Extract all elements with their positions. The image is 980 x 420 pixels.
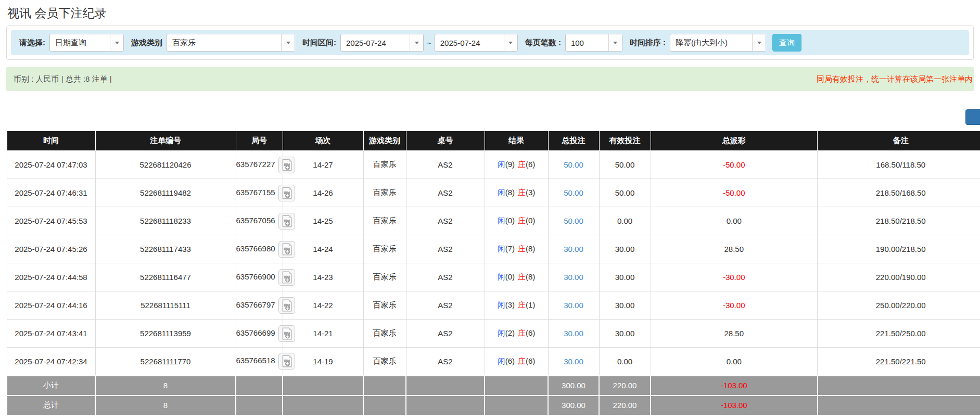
cell-total-bet: 50.00 bbox=[548, 179, 599, 207]
round-id-text: 635767056 bbox=[236, 215, 275, 224]
time-sort-value: 降幂(由大到小) bbox=[670, 34, 752, 51]
date-from-value: 2025-07-24 bbox=[341, 34, 410, 51]
chevron-down-icon[interactable] bbox=[281, 34, 295, 51]
cell-total-bet: 50.00 bbox=[548, 151, 599, 179]
query-button[interactable]: 查询 bbox=[772, 34, 801, 52]
video-file-icon bbox=[280, 354, 294, 368]
cell-result: 闲(7)庄(8) bbox=[485, 235, 548, 263]
chevron-down-icon[interactable] bbox=[504, 34, 517, 51]
query-mode-select[interactable]: 日期查询 bbox=[49, 34, 124, 52]
banker-score: (6) bbox=[526, 357, 535, 365]
cell-game-type: 百家乐 bbox=[363, 291, 406, 320]
column-header: 游戏类别 bbox=[363, 131, 406, 151]
total-bet-link[interactable]: 30.00 bbox=[564, 245, 583, 253]
player-result: 闲 bbox=[498, 328, 505, 337]
currency-total-text: 币别 : 人民币 | 总共 :8 注单 | bbox=[14, 74, 112, 84]
video-replay-button[interactable] bbox=[278, 241, 295, 258]
cell-valid-bet: 30.00 bbox=[599, 291, 651, 320]
player-score: (9) bbox=[505, 160, 515, 169]
video-replay-button[interactable] bbox=[278, 325, 295, 342]
column-header: 局号 bbox=[236, 131, 283, 151]
cell-game-type: 百家乐 bbox=[363, 320, 406, 348]
clipped-edge-button[interactable] bbox=[965, 109, 980, 125]
cell-result: 闲(9)庄(6) bbox=[485, 151, 548, 179]
cell-payout: -30.00 bbox=[651, 263, 818, 291]
cell-game-type: 百家乐 bbox=[363, 151, 406, 179]
column-header: 桌号 bbox=[406, 131, 485, 151]
cell-time: 2025-07-24 07:43:41 bbox=[7, 320, 95, 348]
cell-table-no: AS2 bbox=[406, 291, 485, 320]
banker-score: (0) bbox=[526, 216, 535, 225]
game-type-select[interactable]: 百家乐 bbox=[167, 34, 295, 52]
cell-round-id: 635766699 bbox=[236, 320, 283, 348]
video-replay-button[interactable] bbox=[278, 213, 295, 230]
table-row: 2025-07-24 07:47:03 522681120426 6357672… bbox=[7, 151, 980, 179]
cell-result: 闲(3)庄(1) bbox=[485, 291, 548, 320]
cell-payout: 28.50 bbox=[651, 235, 818, 263]
summary-bar: 币别 : 人民币 | 总共 :8 注单 | 同局有效投注，统一计算在该局第一张注… bbox=[6, 67, 974, 91]
cell-valid-bet: 50.00 bbox=[599, 179, 651, 207]
player-result: 闲 bbox=[498, 272, 505, 281]
video-replay-button[interactable] bbox=[278, 353, 295, 370]
cell-total-bet: 30.00 bbox=[548, 263, 599, 291]
video-replay-button[interactable] bbox=[278, 269, 295, 286]
player-score: (0) bbox=[505, 272, 515, 281]
video-replay-button[interactable] bbox=[278, 297, 295, 314]
total-bet-link[interactable]: 30.00 bbox=[564, 273, 583, 282]
time-sort-label: 时间排序 : bbox=[630, 38, 666, 48]
cell-round-id: 635767155 bbox=[236, 179, 283, 207]
total-bet-link[interactable]: 30.00 bbox=[564, 301, 583, 310]
cell-total-bet: 30.00 bbox=[548, 291, 599, 320]
round-id-text: 635767227 bbox=[236, 159, 275, 168]
table-row: 2025-07-24 07:45:26 522681117433 6357669… bbox=[7, 235, 980, 263]
date-to-value: 2025-07-24 bbox=[435, 34, 504, 51]
summary-count: 8 bbox=[95, 376, 236, 396]
video-replay-button[interactable] bbox=[278, 185, 295, 201]
player-result: 闲 bbox=[498, 300, 505, 309]
banker-result: 庄 bbox=[518, 188, 526, 197]
total-bet-link[interactable]: 50.00 bbox=[564, 188, 583, 197]
summary-total-bet: 300.00 bbox=[548, 396, 599, 415]
cell-total-bet: 30.00 bbox=[548, 320, 599, 348]
total-bet-link[interactable]: 50.00 bbox=[564, 217, 583, 225]
chevron-down-icon[interactable] bbox=[410, 34, 423, 51]
player-result: 闲 bbox=[498, 160, 505, 169]
cell-result: 闲(6)庄(6) bbox=[485, 348, 548, 376]
total-bet-link[interactable]: 30.00 bbox=[564, 357, 583, 366]
cell-round-id: 635767056 bbox=[236, 207, 283, 235]
total-bet-link[interactable]: 30.00 bbox=[564, 329, 583, 338]
cell-valid-bet: 30.00 bbox=[599, 320, 651, 348]
banker-result: 庄 bbox=[518, 328, 526, 337]
cell-game-type: 百家乐 bbox=[363, 263, 406, 291]
cell-note: 250.00/220.00 bbox=[818, 291, 980, 320]
cell-payout: 0.00 bbox=[651, 207, 818, 235]
page-size-select[interactable]: 100 bbox=[565, 34, 622, 52]
cell-time: 2025-07-24 07:46:31 bbox=[7, 179, 95, 207]
chevron-down-icon[interactable] bbox=[752, 34, 766, 51]
total-bet-link[interactable]: 50.00 bbox=[564, 160, 583, 169]
banker-score: (6) bbox=[526, 328, 535, 337]
date-to-select[interactable]: 2025-07-24 bbox=[435, 34, 518, 52]
cell-round-id: 635766980 bbox=[236, 235, 283, 263]
game-type-value: 百家乐 bbox=[167, 34, 281, 51]
summary-valid-bet: 220.00 bbox=[599, 376, 651, 396]
cell-result: 闲(0)庄(0) bbox=[485, 207, 548, 235]
video-replay-button[interactable] bbox=[278, 157, 295, 173]
cell-note: 221.50/250.00 bbox=[818, 320, 980, 348]
cell-total-bet: 30.00 bbox=[548, 235, 599, 263]
banker-result: 庄 bbox=[518, 357, 526, 365]
video-file-icon bbox=[280, 271, 294, 284]
date-from-select[interactable]: 2025-07-24 bbox=[340, 34, 424, 52]
page-size-value: 100 bbox=[566, 34, 608, 51]
time-sort-select[interactable]: 降幂(由大到小) bbox=[670, 34, 766, 52]
player-score: (6) bbox=[505, 357, 515, 365]
cell-table-no: AS2 bbox=[406, 320, 485, 348]
chevron-down-icon[interactable] bbox=[110, 34, 123, 51]
column-header: 场次 bbox=[283, 131, 363, 151]
chevron-down-icon[interactable] bbox=[608, 34, 622, 51]
cell-time: 2025-07-24 07:44:16 bbox=[7, 291, 95, 320]
cell-total-bet: 50.00 bbox=[548, 207, 599, 235]
date-range-tilde: ~ bbox=[427, 39, 431, 47]
player-score: (7) bbox=[505, 244, 515, 253]
cell-payout: 28.50 bbox=[651, 320, 818, 348]
